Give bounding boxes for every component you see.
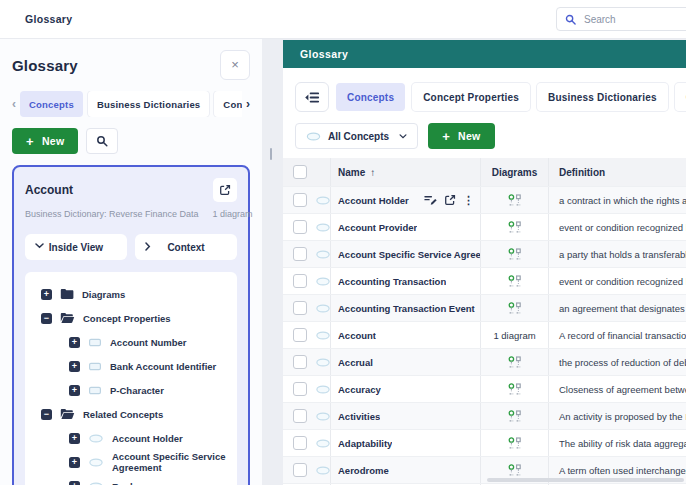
expander-toggle[interactable]: + bbox=[69, 457, 80, 468]
inside-view-button[interactable]: Inside View bbox=[25, 234, 127, 260]
table-row[interactable]: AdaptabilityThe ability of risk data agg… bbox=[283, 429, 686, 456]
diagram-icon[interactable] bbox=[508, 356, 521, 369]
sort-ascending-icon[interactable]: ↑ bbox=[370, 167, 375, 178]
collapse-panel-icon[interactable] bbox=[295, 82, 329, 112]
horizontal-scrollbar[interactable] bbox=[487, 478, 684, 482]
folder-open-icon bbox=[60, 312, 75, 324]
tree-item-account-number[interactable]: +Account Number bbox=[33, 330, 229, 354]
tab-concepts[interactable]: Concepts bbox=[336, 83, 405, 111]
concept-icon bbox=[315, 439, 331, 448]
expander-toggle[interactable]: + bbox=[69, 361, 80, 372]
panel-resize-handle[interactable] bbox=[270, 148, 272, 160]
row-checkbox[interactable] bbox=[293, 463, 307, 477]
edit-icon[interactable] bbox=[424, 194, 437, 206]
tree-item-bank[interactable]: +Bank bbox=[33, 474, 229, 485]
diagram-icon[interactable] bbox=[508, 302, 521, 315]
new-button[interactable]: + New bbox=[12, 128, 78, 154]
expander-toggle[interactable]: − bbox=[41, 409, 52, 420]
row-name: Accounting Transaction bbox=[338, 276, 446, 287]
table-row[interactable]: Account Specific Service Agreementa part… bbox=[283, 240, 686, 267]
tree-item-label: Account Number bbox=[110, 337, 187, 348]
expander-toggle[interactable]: + bbox=[69, 385, 80, 396]
folder-icon bbox=[60, 288, 74, 300]
chevron-down-icon bbox=[399, 134, 407, 139]
property-icon bbox=[88, 386, 102, 395]
diagram-icon[interactable] bbox=[508, 464, 521, 477]
diagram-icon[interactable] bbox=[508, 437, 521, 450]
tab-business-dictionaries[interactable]: Business Dictionaries bbox=[88, 91, 209, 117]
select-all-checkbox[interactable] bbox=[293, 165, 307, 179]
expander-toggle[interactable]: + bbox=[69, 481, 80, 485]
tree-item-diagrams[interactable]: +Diagrams bbox=[33, 282, 229, 306]
concept-title: Account bbox=[25, 183, 73, 197]
tree-item-account-specific-service-agreement[interactable]: +Account Specific Service Agreement bbox=[33, 450, 229, 474]
tabs-scroll-right-icon[interactable]: › bbox=[246, 97, 250, 111]
column-header-name[interactable]: Name bbox=[338, 167, 365, 178]
panel-search-button[interactable] bbox=[86, 128, 118, 154]
table-row[interactable]: Accounting Transactionevent or condition… bbox=[283, 267, 686, 294]
left-tab-row: ‹ ConceptsBusiness DictionariesConcept D… bbox=[12, 91, 250, 117]
table-row[interactable]: Account Holder⋮a contract in which the r… bbox=[283, 186, 686, 213]
row-name: Accuracy bbox=[338, 384, 381, 395]
table-row[interactable]: ActivitiesAn activity is proposed by the… bbox=[283, 402, 686, 429]
row-checkbox[interactable] bbox=[293, 247, 307, 261]
diagram-icon[interactable] bbox=[508, 248, 521, 261]
expander-toggle[interactable]: + bbox=[69, 337, 80, 348]
tree-item-account-holder[interactable]: +Account Holder bbox=[33, 426, 229, 450]
global-search[interactable] bbox=[556, 7, 686, 31]
concept-icon bbox=[315, 196, 331, 205]
concept-type-filter[interactable]: All Concepts bbox=[295, 123, 418, 149]
table-row[interactable]: Account1 diagramA record of financial tr… bbox=[283, 321, 686, 348]
diagram-icon[interactable] bbox=[508, 221, 521, 234]
row-checkbox[interactable] bbox=[293, 355, 307, 369]
row-checkbox[interactable] bbox=[293, 328, 307, 342]
tab-concept-domains[interactable]: Concept Domains bbox=[675, 83, 686, 111]
diagram-icon[interactable] bbox=[508, 275, 521, 288]
row-checkbox[interactable] bbox=[293, 436, 307, 450]
table-row[interactable]: Account Providerevent or condition recog… bbox=[283, 213, 686, 240]
column-header-diagrams[interactable]: Diagrams bbox=[492, 167, 538, 178]
row-checkbox[interactable] bbox=[293, 220, 307, 234]
row-checkbox[interactable] bbox=[293, 382, 307, 396]
tab-concept-properties[interactable]: Concept Properties bbox=[412, 83, 530, 111]
row-checkbox[interactable] bbox=[293, 193, 307, 207]
row-checkbox[interactable] bbox=[293, 409, 307, 423]
row-name: Account bbox=[338, 330, 376, 341]
table-body: Account Holder⋮a contract in which the r… bbox=[283, 186, 686, 485]
column-header-definition[interactable]: Definition bbox=[559, 167, 605, 178]
open-in-new-icon[interactable] bbox=[213, 178, 237, 202]
search-input[interactable] bbox=[582, 13, 681, 26]
row-name: Accrual bbox=[338, 357, 373, 368]
table-row[interactable]: Accounting Transaction Eventan agreement… bbox=[283, 294, 686, 321]
row-definition: an agreement that designates a party bbox=[559, 303, 686, 314]
diagram-icon[interactable] bbox=[508, 383, 521, 396]
context-button[interactable]: Context bbox=[135, 234, 237, 260]
diagram-icon[interactable] bbox=[508, 194, 521, 207]
open-in-new-icon[interactable] bbox=[444, 194, 456, 206]
tab-concepts[interactable]: Concepts bbox=[20, 91, 83, 117]
tabs-scroll-left-icon[interactable]: ‹ bbox=[12, 97, 16, 111]
diagram-icon[interactable] bbox=[508, 410, 521, 423]
close-icon[interactable]: × bbox=[220, 50, 250, 80]
row-name: Account Provider bbox=[338, 222, 417, 233]
table-row[interactable]: Accrualthe process of reduction of debt … bbox=[283, 348, 686, 375]
expander-toggle[interactable]: − bbox=[41, 313, 52, 324]
row-checkbox[interactable] bbox=[293, 301, 307, 315]
row-name: Aerodrome bbox=[338, 465, 389, 476]
expander-toggle[interactable]: + bbox=[41, 289, 52, 300]
row-checkbox[interactable] bbox=[293, 274, 307, 288]
new-button[interactable]: + New bbox=[428, 123, 494, 149]
table-row[interactable]: AccuracyCloseness of agreement between a… bbox=[283, 375, 686, 402]
tree-item-bank-account-identifier[interactable]: +Bank Account Identifier bbox=[33, 354, 229, 378]
kebab-menu-icon[interactable]: ⋮ bbox=[463, 195, 474, 206]
diagram-count: 1 diagram bbox=[493, 330, 535, 341]
concept-icon bbox=[88, 458, 104, 467]
tree-item-concept-properties[interactable]: −Concept Properties bbox=[33, 306, 229, 330]
tree-item-related-concepts[interactable]: −Related Concepts bbox=[33, 402, 229, 426]
tab-concept-do[interactable]: Concept Do bbox=[214, 91, 242, 117]
tree-item-label: Account Holder bbox=[112, 433, 183, 444]
tab-business-dictionaries[interactable]: Business Dictionaries bbox=[537, 83, 668, 111]
tree-item-p-character[interactable]: +P-Character bbox=[33, 378, 229, 402]
app-title: Glossary bbox=[25, 13, 72, 25]
expander-toggle[interactable]: + bbox=[69, 433, 80, 444]
